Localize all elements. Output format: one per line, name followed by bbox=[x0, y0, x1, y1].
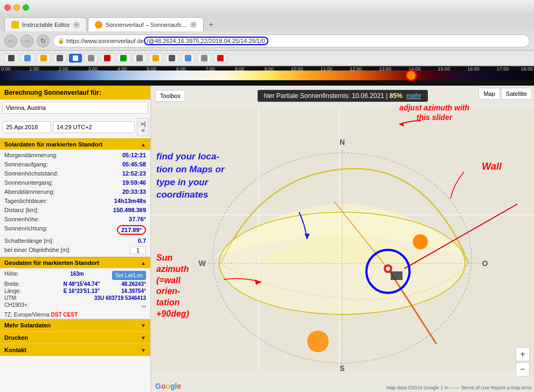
zoom-in-button[interactable]: + bbox=[516, 347, 530, 361]
time-label-5: 5:00 bbox=[147, 66, 157, 72]
toolbox-label[interactable]: Toolbox bbox=[155, 90, 185, 102]
morgendammerung-row: Morgendämmerung: 05:12:21 bbox=[0, 151, 150, 160]
breite-dms: N 48°15'44.74" bbox=[63, 281, 100, 287]
breite-dec: 48.26243° bbox=[121, 281, 146, 287]
tab-favicon-sonnenverlauf bbox=[95, 21, 102, 29]
zoom-out-button[interactable]: − bbox=[516, 362, 530, 376]
bookmark-2[interactable] bbox=[20, 53, 34, 63]
forward-button[interactable]: → bbox=[20, 34, 33, 47]
svg-text:O: O bbox=[482, 259, 488, 268]
google-o2: o bbox=[165, 382, 170, 390]
bookmark-4[interactable] bbox=[53, 53, 67, 63]
tab-close-instructable[interactable]: × bbox=[73, 22, 80, 28]
tz-row: TZ: Europe/Vienna DST CEST bbox=[0, 311, 150, 319]
traffic-lights bbox=[4, 4, 29, 11]
bookmark-1[interactable] bbox=[4, 53, 18, 63]
bookmark-7[interactable] bbox=[100, 53, 114, 63]
minimize-button[interactable] bbox=[13, 4, 20, 11]
bookmark-10[interactable] bbox=[149, 53, 163, 63]
date-field[interactable] bbox=[2, 121, 51, 133]
bookmark-3[interactable] bbox=[37, 53, 51, 63]
address-domain: https://www.sonnenverlauf.de bbox=[66, 38, 144, 44]
bookmark-8[interactable] bbox=[116, 53, 130, 63]
time-label-1: 1:00 bbox=[30, 66, 39, 72]
eclipse-text: hier Partiale Sonnenfinsternis: 10.06.20… bbox=[264, 92, 388, 100]
eclipse-link[interactable]: mehr bbox=[406, 92, 421, 100]
tab-instructable[interactable]: Instructable Editor × bbox=[4, 17, 87, 31]
sonnenrichtung-value: 217.99° bbox=[117, 225, 146, 235]
hohe-value: 163m bbox=[70, 271, 84, 280]
svg-point-14 bbox=[307, 331, 329, 352]
bookmark-5[interactable] bbox=[69, 54, 82, 62]
map-attribution: Map data ©2018 Google 1 m —— Terms of Us… bbox=[386, 385, 532, 390]
drucken-header[interactable]: Drucken ▼ bbox=[0, 331, 150, 344]
close-button[interactable] bbox=[4, 4, 11, 11]
abenddammerung-label: Abenddämmerung: bbox=[4, 188, 55, 195]
bookmark-6[interactable] bbox=[84, 53, 98, 63]
satellite-button[interactable]: Satellite bbox=[501, 88, 532, 100]
time-label-11: 11:00 bbox=[321, 66, 333, 72]
left-panel: Berechnung Sonnenverlauf für: >|< Solard… bbox=[0, 86, 151, 392]
time-indicator[interactable] bbox=[405, 69, 417, 81]
tageslichtdauer-value: 14h13m48s bbox=[114, 198, 146, 204]
back-button[interactable]: ← bbox=[4, 34, 17, 47]
solar-section-arrow: ▲ bbox=[141, 142, 146, 148]
refresh-button[interactable]: ↻ bbox=[37, 34, 50, 47]
sonnenhochststand-row: Sonnenhöchststand: 12:52:23 bbox=[0, 169, 150, 178]
svg-rect-19 bbox=[391, 271, 403, 280]
drucken-arrow: ▼ bbox=[141, 335, 146, 341]
address-bar[interactable]: 🔒 https://www.sonnenverlauf.de/@48.2624,… bbox=[53, 34, 530, 47]
tageslichtdauer-row: Tageslichtdauer: 14h13m48s bbox=[0, 197, 150, 206]
distanz-value: 150.498.369 bbox=[113, 207, 146, 213]
svg-text:S: S bbox=[339, 364, 344, 373]
date-row: >|< bbox=[0, 118, 150, 138]
tab-sonnenverlauf[interactable]: Sonnenverlauf – Sonnenaufc... × bbox=[88, 17, 204, 31]
time-label-17: 17:00 bbox=[497, 66, 509, 72]
new-tab-button[interactable]: + bbox=[205, 18, 218, 31]
objekthohe-input[interactable] bbox=[130, 247, 146, 254]
map-button[interactable]: Map bbox=[478, 88, 500, 100]
bookmark-11[interactable] bbox=[165, 53, 179, 63]
tab-bar: Instructable Editor × Sonnenverlauf – So… bbox=[0, 15, 534, 31]
bookmark-14[interactable] bbox=[213, 53, 227, 63]
map-area[interactable]: N S W O Toolbox bbox=[151, 86, 534, 392]
browser-chrome: Instructable Editor × Sonnenverlauf – So… bbox=[0, 0, 534, 66]
time-label-15: 15:00 bbox=[438, 66, 450, 72]
google-g: G bbox=[155, 382, 161, 390]
time-label-13: 13:00 bbox=[379, 66, 392, 72]
nav-bar: ← → ↻ 🔒 https://www.sonnenverlauf.de/@48… bbox=[0, 31, 534, 51]
mehr-solardaten-header[interactable]: Mehr Solardaten ▼ bbox=[0, 319, 150, 331]
google-e: e bbox=[177, 382, 181, 390]
lock-icon: 🔒 bbox=[58, 38, 64, 44]
lange-dec: 16.39754° bbox=[121, 288, 146, 294]
tageslichtdauer-label: Tageslichtdauer: bbox=[4, 198, 47, 204]
tab-favicon-instructable bbox=[11, 21, 19, 29]
time-slider-bar[interactable]: 0:00 1:00 2:00 3:00 4:00 5:00 6:00 7:00 … bbox=[0, 66, 534, 86]
bookmark-9[interactable] bbox=[133, 53, 147, 63]
lange-row: Länge: E 16°23'51.13" 16.39754° bbox=[4, 288, 146, 295]
time-field[interactable] bbox=[53, 121, 135, 133]
google-logo: Google bbox=[155, 382, 181, 390]
bookmark-12[interactable] bbox=[181, 53, 195, 63]
time-label-10: 10:00 bbox=[291, 66, 303, 72]
google-g2: g bbox=[170, 382, 175, 390]
lange-dms: E 16°23'51.13" bbox=[64, 288, 100, 294]
objekthohe-row: bei einer Objekthöhe [m]: bbox=[0, 246, 150, 256]
objekthohe-label: bei einer Objekthöhe [m]: bbox=[4, 247, 71, 254]
sonnenuntergang-row: Sonnenuntergang: 19:59:46 bbox=[0, 178, 150, 187]
schattenl-row: Schattenlänge [m]: 0.7 bbox=[0, 236, 150, 246]
tab-close-sonnenverlauf[interactable]: × bbox=[190, 22, 197, 28]
set-lat-lon-button[interactable]: Set Lat/Lon bbox=[112, 271, 146, 280]
nav-arrows-button[interactable]: >|< bbox=[137, 118, 149, 136]
solar-section-label: Solardaten für markierten Standort bbox=[4, 141, 102, 148]
ch1903-value: ... bbox=[142, 302, 146, 308]
schattenl-value: 0.7 bbox=[138, 237, 146, 244]
lange-label: Länge: bbox=[4, 288, 42, 294]
kontakt-header[interactable]: Kontakt ▼ bbox=[0, 344, 150, 356]
location-field[interactable] bbox=[2, 102, 148, 114]
utm-row: UTM: 33U 603719 5346413 bbox=[4, 295, 146, 302]
bookmark-13[interactable] bbox=[197, 53, 211, 63]
location-input-section bbox=[0, 100, 150, 118]
maximize-button[interactable] bbox=[23, 4, 29, 11]
time-label-16: 16:00 bbox=[467, 66, 480, 72]
